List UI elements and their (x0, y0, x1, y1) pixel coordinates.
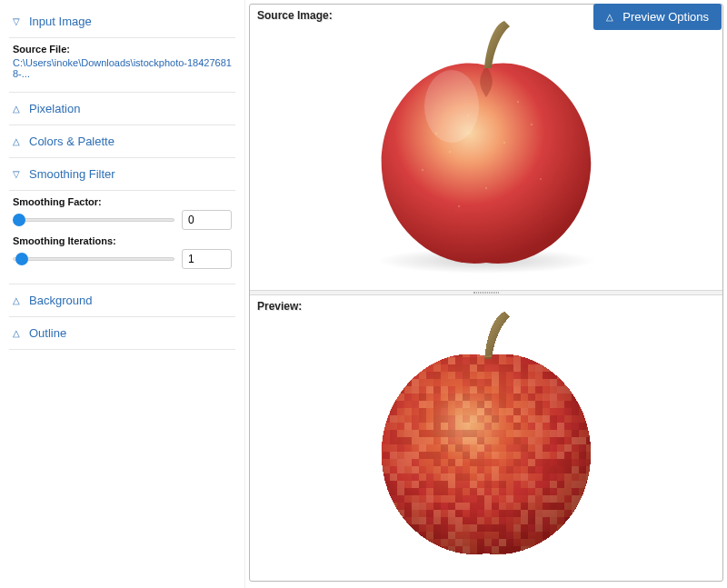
svg-rect-93 (477, 357, 484, 364)
svg-rect-488 (470, 444, 477, 452)
svg-rect-826 (528, 517, 535, 524)
svg-rect-412 (397, 430, 404, 437)
svg-rect-753 (477, 503, 484, 510)
svg-rect-636 (586, 473, 593, 481)
svg-rect-415 (419, 430, 426, 437)
svg-rect-627 (521, 473, 528, 481)
preview-options-button[interactable]: △ Preview Options (593, 4, 722, 30)
svg-rect-918 (477, 539, 484, 546)
svg-rect-861 (543, 524, 550, 532)
section-label: Background (29, 294, 92, 307)
svg-rect-766 (572, 503, 579, 510)
svg-rect-161 (492, 372, 499, 379)
svg-rect-605 (601, 466, 608, 473)
section-background[interactable]: △ Background (9, 284, 235, 317)
svg-rect-529 (528, 452, 535, 459)
svg-rect-453 (455, 437, 463, 444)
section-pixelation[interactable]: △ Pixelation (9, 93, 235, 125)
svg-rect-904 (375, 539, 383, 546)
svg-rect-635 (579, 473, 586, 481)
svg-rect-708 (390, 495, 397, 503)
svg-rect-594 (521, 466, 528, 473)
svg-rect-999 (586, 553, 593, 561)
svg-rect-84 (412, 357, 419, 364)
section-smoothing[interactable]: ▽ Smoothing Filter (9, 158, 235, 191)
svg-rect-354 (455, 415, 463, 423)
svg-rect-153 (433, 372, 441, 379)
svg-rect-593 (513, 466, 521, 473)
svg-rect-317 (426, 408, 433, 415)
svg-rect-675 (390, 488, 397, 495)
svg-rect-962 (557, 546, 564, 553)
svg-rect-344 (383, 415, 390, 423)
svg-rect-464 (535, 437, 543, 444)
svg-rect-275 (601, 394, 608, 401)
section-colors-palette[interactable]: △ Colors & Palette (9, 125, 235, 158)
svg-rect-939 (390, 546, 397, 553)
svg-rect-355 (463, 415, 470, 423)
svg-rect-152 (426, 372, 433, 379)
svg-rect-910 (419, 539, 426, 546)
svg-rect-455 (470, 437, 477, 444)
svg-rect-220 (441, 386, 448, 394)
svg-rect-397 (528, 423, 535, 430)
svg-rect-848 (448, 524, 455, 532)
smoothing-factor-slider[interactable] (13, 213, 174, 227)
svg-rect-555 (477, 459, 484, 466)
svg-rect-897 (564, 532, 572, 539)
svg-rect-838 (375, 524, 383, 532)
svg-rect-751 (463, 503, 470, 510)
svg-rect-946 (441, 546, 448, 553)
svg-rect-964 (572, 546, 579, 553)
svg-rect-924 (521, 539, 528, 546)
svg-rect-192 (477, 379, 484, 386)
svg-rect-972 (390, 553, 397, 561)
svg-rect-528 (521, 452, 528, 459)
svg-rect-330 (521, 408, 528, 415)
svg-rect-242 (601, 386, 608, 394)
svg-rect-193 (484, 379, 492, 386)
svg-rect-299 (535, 401, 543, 408)
svg-rect-596 (535, 466, 543, 473)
svg-rect-381 (412, 423, 419, 430)
svg-rect-971 (383, 553, 390, 561)
svg-rect-958 (528, 546, 535, 553)
source-file-path[interactable]: C:\Users\inoke\Downloads\istockphoto-184… (13, 57, 232, 79)
svg-rect-639 (368, 481, 375, 488)
svg-rect-23 (448, 343, 455, 350)
svg-rect-183 (412, 379, 419, 386)
svg-rect-116 (404, 364, 412, 372)
svg-rect-690 (499, 488, 506, 495)
svg-rect-233 (535, 386, 543, 394)
svg-rect-783 (455, 510, 463, 517)
section-outline[interactable]: △ Outline (9, 317, 235, 350)
svg-rect-702 (586, 488, 593, 495)
svg-rect-616 (441, 473, 448, 481)
svg-rect-422 (470, 430, 477, 437)
svg-rect-349 (419, 415, 426, 423)
svg-rect-35 (535, 343, 543, 350)
svg-rect-289 (463, 401, 470, 408)
svg-rect-585 (455, 466, 463, 473)
smoothing-iterations-slider[interactable] (13, 252, 174, 266)
svg-rect-234 (543, 386, 550, 394)
smoothing-factor-value[interactable]: 0 (182, 210, 232, 230)
svg-rect-149 (404, 372, 412, 379)
svg-rect-201 (543, 379, 550, 386)
svg-rect-839 (383, 524, 390, 532)
svg-rect-122 (448, 364, 455, 372)
svg-rect-698 (557, 488, 564, 495)
svg-rect-951 (477, 546, 484, 553)
svg-rect-358 (484, 415, 492, 423)
svg-rect-313 (397, 408, 404, 415)
svg-rect-899 (579, 532, 586, 539)
svg-rect-314 (404, 408, 412, 415)
svg-rect-222 (455, 386, 463, 394)
smoothing-iterations-value[interactable]: 1 (182, 249, 232, 269)
section-input-image[interactable]: ▽ Input Image (9, 5, 235, 38)
svg-rect-948 (455, 546, 463, 553)
svg-rect-448 (419, 437, 426, 444)
svg-rect-757 (506, 503, 513, 510)
svg-rect-129 (499, 364, 506, 372)
svg-rect-909 (412, 539, 419, 546)
